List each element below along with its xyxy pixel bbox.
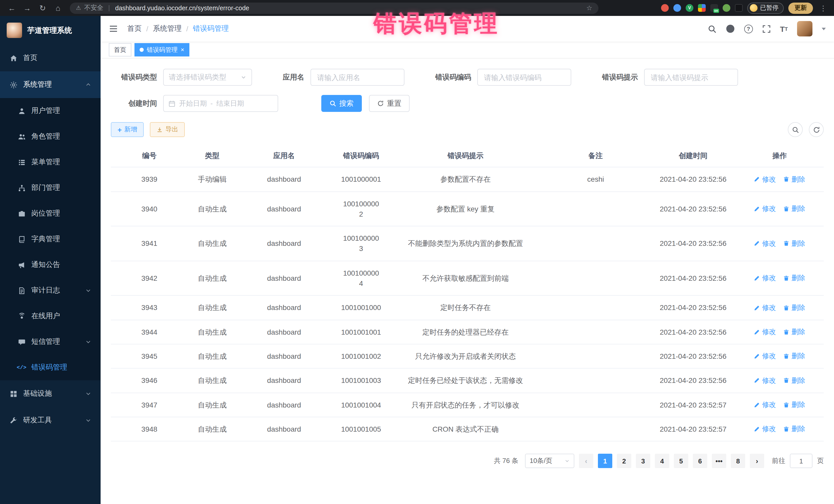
- edit-link[interactable]: 修改: [754, 303, 776, 312]
- sidebar-item-users[interactable]: 用户管理: [0, 98, 101, 124]
- extension-icon[interactable]: [661, 4, 669, 12]
- security-label: 不安全: [84, 4, 104, 12]
- forward-icon[interactable]: →: [21, 1, 34, 15]
- sidebar-item-posts[interactable]: 岗位管理: [0, 201, 101, 226]
- delete-link[interactable]: 删除: [783, 273, 805, 283]
- help-icon[interactable]: ?: [744, 24, 753, 33]
- edit-link[interactable]: 修改: [754, 351, 776, 361]
- error-code-input[interactable]: [477, 69, 571, 86]
- sidebar-item-audit-logs[interactable]: 审计日志: [0, 278, 101, 303]
- pencil-icon: [754, 377, 760, 384]
- extension-icon[interactable]: [698, 4, 706, 12]
- delete-link[interactable]: 删除: [783, 400, 805, 410]
- create-time-range-picker[interactable]: 开始日期 - 结束日期: [163, 95, 278, 112]
- page-button[interactable]: 4: [655, 454, 669, 468]
- tab-error-codes[interactable]: 错误码管理 ×: [134, 43, 190, 57]
- export-button[interactable]: 导出: [150, 122, 185, 137]
- cell-id: 3945: [111, 344, 188, 368]
- page-size-select[interactable]: 10条/页: [525, 454, 574, 468]
- sidebar-item-infrastructure[interactable]: 基础设施: [0, 380, 101, 407]
- sidebar-item-dev-tools[interactable]: 研发工具: [0, 407, 101, 434]
- show-search-icon[interactable]: [788, 122, 803, 137]
- sidebar-item-departments[interactable]: 部门管理: [0, 175, 101, 201]
- logo-image: [7, 23, 22, 38]
- extension-icon[interactable]: V: [686, 4, 694, 12]
- chevron-down-icon: [565, 458, 570, 463]
- sidebar-item-announcements[interactable]: 通知公告: [0, 252, 101, 278]
- sidebar-item-error-codes[interactable]: </> 错误码管理: [0, 355, 101, 380]
- sidebar-item-menus[interactable]: 菜单管理: [0, 149, 101, 175]
- sidebar-toggle-icon[interactable]: [109, 24, 118, 34]
- breadcrumb-item[interactable]: 首页: [127, 24, 142, 34]
- search-icon[interactable]: [707, 24, 716, 33]
- tab-home[interactable]: 首页: [109, 43, 131, 57]
- page-button[interactable]: 2: [617, 454, 631, 468]
- breadcrumb-item[interactable]: 系统管理: [153, 24, 182, 34]
- edit-link[interactable]: 修改: [754, 400, 776, 410]
- page-button[interactable]: 6: [693, 454, 707, 468]
- delete-link[interactable]: 删除: [783, 375, 805, 386]
- page-button[interactable]: •••: [712, 454, 726, 468]
- sidebar-item-roles[interactable]: 角色管理: [0, 124, 101, 149]
- table-row: 3940 自动生成 dashboard 100100000 2 参数配置 key…: [111, 192, 824, 226]
- sidebar-item-sms[interactable]: 短信管理: [0, 329, 101, 355]
- edit-link[interactable]: 修改: [754, 375, 776, 386]
- font-size-icon[interactable]: TT: [780, 24, 788, 33]
- edit-link[interactable]: 修改: [754, 174, 776, 184]
- delete-link[interactable]: 删除: [783, 327, 805, 337]
- cell-type: 自动生成: [188, 197, 237, 221]
- cell-error-code: 1001001004: [332, 393, 391, 417]
- cell-app-name: dashboard: [237, 168, 332, 192]
- extension-icon[interactable]: on: [710, 4, 718, 12]
- delete-link[interactable]: 删除: [783, 174, 805, 184]
- error-type-select[interactable]: 请选择错误码类型: [163, 69, 252, 86]
- edit-link[interactable]: 修改: [754, 424, 776, 434]
- sidebar-item-system[interactable]: 系统管理: [0, 71, 101, 98]
- cell-error-message: 定时任务已经处于该状态，无需修改: [391, 369, 541, 393]
- delete-link[interactable]: 删除: [783, 204, 805, 214]
- reload-icon[interactable]: ↻: [36, 1, 49, 15]
- github-icon[interactable]: [725, 24, 735, 34]
- sidebar-item-label: 错误码管理: [31, 363, 67, 372]
- edit-link[interactable]: 修改: [754, 238, 776, 248]
- cell-create-time: 2021-04-20 23:52:56: [651, 266, 736, 290]
- home-icon[interactable]: ⌂: [51, 1, 65, 15]
- edit-link[interactable]: 修改: [754, 204, 776, 214]
- add-button[interactable]: + 新增: [111, 122, 144, 137]
- extension-icon[interactable]: [673, 4, 681, 12]
- chevron-down-icon[interactable]: [822, 27, 826, 30]
- app-name-input[interactable]: [310, 69, 404, 86]
- extensions-puzzle-icon[interactable]: [735, 4, 743, 12]
- page-button[interactable]: 8: [731, 454, 745, 468]
- page-button[interactable]: 3: [636, 454, 650, 468]
- next-page-button[interactable]: ›: [750, 454, 764, 468]
- error-message-input[interactable]: [644, 69, 738, 86]
- edit-link[interactable]: 修改: [754, 273, 776, 283]
- delete-link[interactable]: 删除: [783, 424, 805, 434]
- back-icon[interactable]: ←: [5, 1, 19, 15]
- page-button[interactable]: 5: [674, 454, 688, 468]
- sidebar-item-online-users[interactable]: 在线用户: [0, 303, 101, 329]
- address-bar[interactable]: ⚠ 不安全 dashboard.yudao.iocoder.cn/system/…: [70, 2, 598, 14]
- delete-link[interactable]: 删除: [783, 351, 805, 361]
- goto-page-input[interactable]: [790, 454, 812, 468]
- close-icon[interactable]: ×: [181, 47, 184, 53]
- sidebar-item-home[interactable]: 首页: [0, 45, 101, 71]
- edit-link[interactable]: 修改: [754, 327, 776, 337]
- user-avatar[interactable]: [797, 21, 812, 37]
- bookmark-star-icon[interactable]: ☆: [586, 4, 592, 12]
- refresh-icon[interactable]: [809, 122, 824, 137]
- prev-page-button[interactable]: ‹: [579, 454, 593, 468]
- reset-button[interactable]: 重置: [369, 95, 410, 112]
- page-button[interactable]: 1: [598, 454, 612, 468]
- browser-update-button[interactable]: 更新: [788, 2, 813, 14]
- sidebar-item-dictionary[interactable]: 字典管理: [0, 226, 101, 252]
- profile-paused-badge[interactable]: 已暂停: [747, 2, 784, 14]
- extension-icon[interactable]: [723, 4, 730, 12]
- search-button[interactable]: 搜索: [321, 95, 362, 112]
- delete-link[interactable]: 删除: [783, 303, 805, 312]
- fullscreen-icon[interactable]: [762, 24, 771, 33]
- browser-menu-icon[interactable]: ⋮: [817, 4, 829, 12]
- delete-link[interactable]: 删除: [783, 238, 805, 248]
- table-body: 3939 手动编辑 dashboard 1001000001 参数配置不存在 c…: [111, 168, 824, 442]
